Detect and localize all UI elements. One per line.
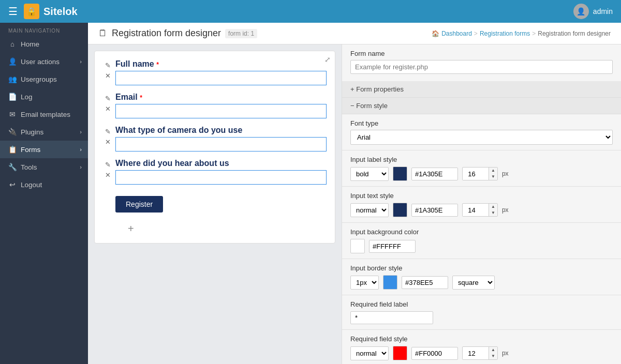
field-content-4: Where did you hear about us [115, 159, 327, 185]
input-label-size-down[interactable]: ▼ [489, 174, 497, 180]
input-label-style-row: bold normal italic ▲ ▼ [350, 166, 613, 181]
field-input-2[interactable] [115, 104, 327, 118]
input-label-size-up[interactable]: ▲ [489, 168, 497, 174]
field-content-3: What type of camera do you use [115, 126, 327, 151]
sidebar-item-log[interactable]: 📄 Log [0, 88, 88, 105]
sidebar-item-label: Usergroups [21, 75, 57, 83]
input-border-style-label: Input border style [350, 264, 613, 272]
sidebar-item-plugins[interactable]: 🔌 Plugins › [0, 123, 88, 141]
required-field-weight-select[interactable]: normal bold [350, 346, 389, 360]
expand-icon[interactable]: ⤢ [324, 55, 331, 64]
form-style-header[interactable]: − Form style [342, 98, 621, 114]
sidebar-item-user-actions[interactable]: 👤 User actions › [0, 53, 88, 70]
field-content-1: Full name * [115, 59, 327, 85]
register-button[interactable]: Register [115, 196, 163, 213]
sidebar-item-label: Tools [21, 163, 37, 171]
chevron-right-icon: › [80, 129, 82, 135]
breadcrumb: 🏠 Dashboard > Registration forms > Regis… [432, 30, 611, 37]
input-text-style-label: Input text style [350, 192, 613, 200]
field-edit-btn-3[interactable]: ✎ [103, 127, 112, 136]
input-text-color-input[interactable] [411, 204, 458, 217]
form-properties-label: + Form properties [350, 85, 404, 93]
field-label-1: Full name * [115, 59, 327, 69]
input-text-weight-select[interactable]: normal bold italic [350, 203, 389, 217]
app-logo: 🔒 Sitelok [24, 4, 78, 19]
field-edit-btn-1[interactable]: ✎ [103, 60, 112, 70]
required-field-size-unit: px [502, 350, 509, 357]
page-title-area: 🗒 Registration form designer form id: 1 [98, 28, 257, 39]
breadcrumb-current: Registration form designer [538, 30, 611, 37]
input-border-style-select[interactable]: square rounded [452, 276, 495, 290]
field-input-3[interactable] [115, 137, 327, 151]
sidebar-section-title: MAIN NAVIGATION [0, 23, 88, 36]
input-border-color-swatch[interactable] [383, 275, 397, 290]
form-name-section: Form name [342, 44, 621, 81]
input-text-size-up[interactable]: ▲ [489, 204, 497, 210]
sidebar-item-forms[interactable]: 📋 Forms › [0, 141, 88, 158]
sidebar-item-usergroups[interactable]: 👥 Usergroups [0, 70, 88, 88]
avatar: 👤 [573, 4, 589, 19]
input-label-color-swatch[interactable] [393, 166, 407, 181]
input-text-size-down[interactable]: ▼ [489, 210, 497, 216]
required-field-label-label: Required field label [350, 300, 613, 308]
required-field-color-swatch[interactable] [393, 346, 407, 360]
input-bg-color-label: Input background color [350, 228, 613, 236]
input-bg-color-swatch[interactable] [350, 239, 365, 253]
input-border-width-select[interactable]: 1px 2px 0px [350, 276, 379, 290]
field-edit-btn-2[interactable]: ✎ [103, 94, 112, 103]
field-delete-btn-2[interactable]: ✕ [103, 104, 112, 113]
field-delete-btn-1[interactable]: ✕ [103, 71, 112, 80]
sidebar-item-logout[interactable]: ↩ Logout [0, 176, 88, 193]
form-properties-header[interactable]: + Form properties [342, 81, 621, 98]
hamburger-icon[interactable]: ☰ [8, 5, 18, 18]
field-edit-btn-4[interactable]: ✎ [103, 160, 112, 169]
required-field-label-input[interactable] [350, 311, 433, 324]
app-name: Sitelok [43, 6, 78, 18]
input-label-size-input[interactable] [463, 168, 489, 180]
field-delete-btn-3[interactable]: ✕ [103, 137, 112, 146]
breadcrumb-regforms-link[interactable]: Registration forms [480, 30, 530, 37]
designer-card: ⤢ ✎ ✕ Full name * [94, 51, 335, 244]
input-border-color-input[interactable] [402, 276, 448, 289]
form-name-input[interactable] [350, 60, 613, 74]
input-text-color-swatch[interactable] [393, 203, 407, 217]
required-field-size-input[interactable] [463, 347, 489, 359]
sidebar-item-label: Forms [21, 146, 40, 154]
plugins-icon: 🔌 [8, 128, 17, 136]
sidebar-item-email-templates[interactable]: ✉ Email templates [0, 105, 88, 123]
input-text-size-unit: px [502, 206, 509, 214]
sidebar-item-home[interactable]: ⌂ Home [0, 36, 88, 53]
input-label-color-input[interactable] [411, 168, 458, 180]
breadcrumb-dashboard-link[interactable]: Dashboard [441, 30, 472, 37]
input-label-weight-select[interactable]: bold normal italic [350, 167, 389, 181]
properties-panel: Form name + Form properties − Form style… [342, 44, 621, 364]
split-panel: ⤢ ✎ ✕ Full name * [88, 44, 621, 364]
field-row-4: ✎ ✕ Where did you hear about us [103, 159, 327, 185]
sidebar-item-label: Logout [21, 181, 42, 189]
input-text-size-input[interactable] [463, 204, 489, 216]
tools-icon: 🔧 [8, 163, 17, 171]
required-field-size-down[interactable]: ▼ [489, 353, 497, 359]
sidebar-item-tools[interactable]: 🔧 Tools › [0, 158, 88, 176]
required-field-size-up[interactable]: ▲ [489, 347, 497, 353]
input-label-size-unit: px [502, 170, 509, 177]
required-field-style-row: normal bold ▲ ▼ px [350, 346, 613, 360]
form-name-label: Form name [350, 50, 613, 57]
required-field-color-input[interactable] [411, 347, 458, 360]
input-bg-color-input[interactable] [369, 240, 416, 253]
add-field-button[interactable]: + [128, 223, 134, 235]
field-delete-btn-4[interactable]: ✕ [103, 170, 112, 179]
sidebar-item-label: User actions [21, 58, 60, 66]
chevron-right-icon: › [80, 146, 82, 153]
font-type-select[interactable]: Arial Times New Roman Verdana [350, 130, 613, 145]
field-controls-2: ✎ ✕ [103, 93, 112, 113]
input-label-style-section: Input label style bold normal italic [342, 150, 621, 186]
field-input-1[interactable] [115, 71, 327, 85]
input-bg-color-section: Input background color [342, 222, 621, 259]
field-input-4[interactable] [115, 170, 327, 185]
form-designer-panel: ⤢ ✎ ✕ Full name * [88, 44, 342, 364]
log-icon: 📄 [8, 93, 17, 101]
breadcrumb-bar: 🗒 Registration form designer form id: 1 … [88, 23, 621, 44]
chevron-right-icon: › [80, 58, 82, 65]
email-icon: ✉ [8, 110, 17, 118]
